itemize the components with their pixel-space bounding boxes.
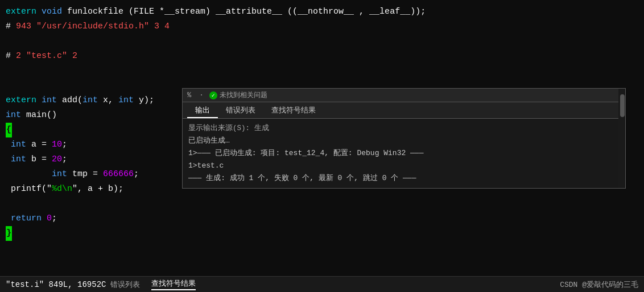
code-line-2: # 943 "/usr/include/stdio.h" 3 4 — [6, 19, 644, 34]
code-line-16: } — [6, 226, 644, 241]
output-line-3: 1>test.c — [188, 160, 620, 172]
cursor-brace-open: { — [6, 123, 12, 137]
code-line-14 — [6, 197, 644, 211]
output-source-select: 显示输出来源(S): 生成 — [188, 122, 620, 135]
code-line-15: return 0; — [6, 211, 644, 226]
output-line-4: ——— 生成: 成功 1 个, 失败 0 个, 最新 0 个, 跳过 0 个 —… — [188, 172, 620, 185]
cursor-brace-close: } — [6, 226, 12, 241]
no-issues-label: ✓ 未找到相关问题 — [209, 90, 267, 100]
tab-error-list[interactable]: 错误列表 — [218, 103, 263, 118]
status-tab-find-symbol[interactable]: 查找符号结果 — [151, 278, 196, 290]
kw-extern: extern — [6, 5, 42, 19]
code-line-5 — [6, 64, 644, 78]
tab-find-symbol[interactable]: 查找符号结果 — [263, 103, 324, 118]
overlay-toolbar: % · ✓ 未找到相关问题 — [183, 89, 625, 102]
code-line-1: extern void funlockfile (FILE *__stream)… — [6, 5, 644, 19]
code-line-3 — [6, 34, 644, 49]
tab-output[interactable]: 输出 — [187, 103, 218, 118]
status-tab-error-list[interactable]: 错误列表 — [110, 280, 140, 290]
status-bar-left: "test.i" 849L, 16952C 错误列表 查找符号结果 — [6, 278, 196, 290]
overlay-tabs: 输出 错误列表 查找符号结果 — [183, 102, 625, 119]
check-icon: ✓ — [209, 91, 217, 99]
output-line-2: 1>——— 已启动生成: 项目: test_12_4, 配置: Debug Wi… — [188, 147, 620, 160]
code-line-4: # 2 "test.c" 2 — [6, 49, 644, 64]
overlay-scrollbar[interactable] — [618, 89, 625, 188]
kw-void: void — [42, 5, 62, 19]
overlay-scrollbar-thumb[interactable] — [620, 94, 625, 117]
status-bar-branding: CSDN @爱敲代码的三毛 — [560, 280, 638, 290]
status-file-info: "test.i" 849L, 16952C — [6, 280, 106, 289]
status-bar-tabs: 错误列表 查找符号结果 — [110, 278, 196, 290]
overlay-panel: % · ✓ 未找到相关问题 输出 错误列表 查找符号结果 显示输出来源(S): … — [182, 88, 626, 189]
overlay-content: 显示输出来源(S): 生成 已启动生成… 1>——— 已启动生成: 项目: te… — [183, 119, 625, 188]
status-bar: "test.i" 849L, 16952C 错误列表 查找符号结果 CSDN @… — [0, 276, 644, 292]
output-line-1: 已启动生成… — [188, 135, 620, 147]
